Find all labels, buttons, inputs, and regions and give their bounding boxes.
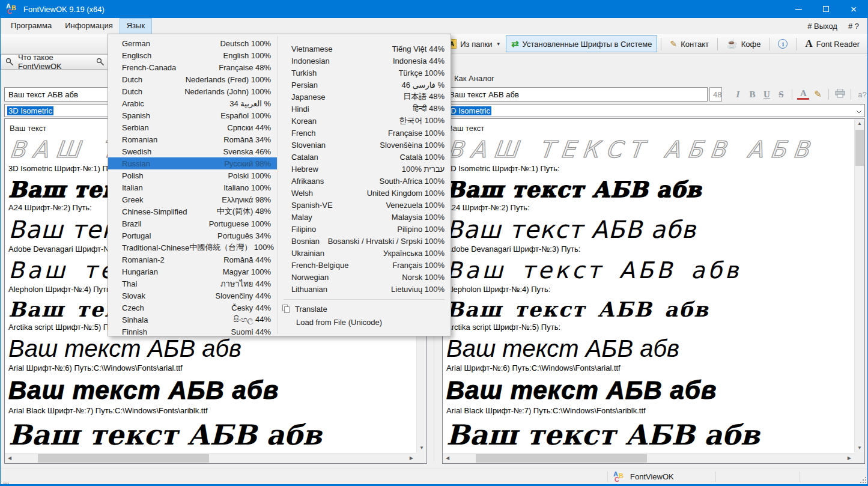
- font-preview-row[interactable]: Ваш текст АБВ абвAdobe Devanagari Шрифт-…: [443, 216, 854, 254]
- language-menu-item[interactable]: WelshUnited Kingdom 100%: [278, 187, 451, 199]
- menubar-item-Информация[interactable]: Информация: [58, 18, 120, 34]
- language-menu-item[interactable]: Thaiภาษาไทย 44%: [108, 278, 277, 290]
- language-menu-item[interactable]: BrazilPortuguese 100%: [108, 217, 277, 229]
- print-button[interactable]: [833, 89, 847, 100]
- resize-grip[interactable]: [860, 477, 866, 483]
- info-button[interactable]: i: [773, 37, 792, 51]
- font-preview-row[interactable]: Ваш текст АБВ абвArial Black Шрифт-№:7) …: [5, 376, 416, 415]
- scroll-right-icon[interactable]: ▶: [848, 456, 851, 461]
- scroll-up-icon[interactable]: ▲: [857, 121, 862, 126]
- language-menu-item[interactable]: Spanish-VEVenezuela 100%: [278, 199, 451, 211]
- font-color-button[interactable]: A: [797, 89, 809, 100]
- scrollbar-thumb[interactable]: [855, 130, 864, 166]
- language-menu-item[interactable]: UkrainianУкраїнська 100%: [278, 247, 451, 259]
- scrollbar-thumb[interactable]: [476, 454, 647, 463]
- font-preview-row[interactable]: Ваш текст АБВ абв: [5, 419, 416, 451]
- font-preview-row[interactable]: Ваш текст АБВ абвArctika script Шрифт-№:…: [443, 297, 854, 332]
- language-menu-item[interactable]: SerbianСрпски 44%: [108, 121, 277, 133]
- language-menu-item[interactable]: GreekΕλληνικά 98%: [108, 193, 277, 205]
- language-menu-item[interactable]: SpanishEspañol 100%: [108, 109, 277, 121]
- menu-footer-item[interactable]: Load from File (Unicode): [278, 315, 451, 329]
- language-menu-item[interactable]: RomanianRomână 34%: [108, 133, 277, 145]
- language-menu-item[interactable]: TurkishTürkçe 100%: [278, 67, 451, 79]
- scrollbar-thumb[interactable]: [38, 454, 209, 463]
- language-menu-item[interactable]: VietnameseTiếng Việt 44%: [278, 43, 451, 55]
- language-menu-item[interactable]: AfrikaansSouth-Africa 100%: [278, 175, 451, 187]
- from-folder-button[interactable]: A Из папки ▾: [442, 37, 505, 51]
- language-menu-item[interactable]: Chinese-Simplified中文(简体) 48%: [108, 205, 277, 217]
- strikethrough-button[interactable]: S: [774, 90, 788, 100]
- menubar-right-item[interactable]: # ?: [848, 22, 859, 31]
- language-menu-item[interactable]: SwedishSvenska 46%: [108, 145, 277, 157]
- whatis-strip[interactable]: Что такое FontViewOK: [1, 54, 109, 70]
- scroll-down-icon[interactable]: ▼: [419, 446, 424, 451]
- language-menu-item[interactable]: Romanian-2Română 44%: [108, 254, 277, 266]
- italic-button[interactable]: I: [730, 90, 745, 100]
- minimize-button[interactable]: [785, 0, 812, 18]
- language-menu-item[interactable]: French-CanadaFrançaise 48%: [108, 61, 277, 73]
- font-preview-row[interactable]: Ваш текст АБВ абвArial Black Шрифт-№:7) …: [443, 376, 854, 415]
- menubar-item-Язык[interactable]: Язык: [120, 18, 152, 34]
- language-menu-item[interactable]: PortugalPortuguês 34%: [108, 229, 277, 241]
- language-menu-item[interactable]: RussianРусский 98%: [108, 157, 277, 169]
- highlight-button[interactable]: ✎: [810, 89, 825, 100]
- language-menu-item[interactable]: HungarianMagyar 100%: [108, 266, 277, 278]
- horizontal-scrollbar[interactable]: ◀ ▶: [443, 453, 854, 463]
- language-menu-item[interactable]: Hindiहिन्दी 48%: [278, 103, 451, 115]
- scroll-left-icon[interactable]: ◀: [446, 456, 449, 461]
- language-menu-item[interactable]: DutchNederlands (John) 100%: [108, 85, 277, 97]
- font-preview-row[interactable]: Ваш текст АБВ абвAlepholon Шрифт-№:4) Пу…: [443, 257, 854, 294]
- contact-button[interactable]: ✎ Контакт: [665, 37, 714, 51]
- language-menu-item[interactable]: MalayMalaysia 100%: [278, 211, 451, 223]
- language-menu-item[interactable]: PolishPolski 100%: [108, 169, 277, 181]
- vertical-scrollbar[interactable]: ▲ ▼: [854, 119, 864, 453]
- language-menu-item[interactable]: BosnianBosanski / Hrvatski / Srpski 100%: [278, 235, 451, 247]
- font-preview-row[interactable]: Ваш текст АБВ абвArial Шрифт-№:6) Путь:C…: [5, 335, 416, 372]
- language-menu-item[interactable]: FrenchFrançaise 100%: [278, 127, 451, 139]
- close-button[interactable]: ×: [840, 0, 867, 18]
- font-preview-row[interactable]: Ваш текст АБВ абвArial Шрифт-№:6) Путь:C…: [443, 335, 854, 372]
- language-menu-item[interactable]: Hebrewעברית 100%: [278, 163, 451, 175]
- language-menu-item[interactable]: SlovakSlovenčiny 44%: [108, 290, 277, 302]
- font-preview-row[interactable]: Ваш текст АБВ абв: [443, 419, 854, 451]
- language-menu-item[interactable]: CatalanCatalà 100%: [278, 151, 451, 163]
- font-preview-row[interactable]: Ваш текст АБВ абвA24 Шрифт-№:2) Путь:: [443, 177, 854, 212]
- font-select-right[interactable]: 3D Isometric: [442, 104, 865, 117]
- menubar-item-Программа[interactable]: Программа: [4, 18, 58, 34]
- underline-button[interactable]: U: [759, 90, 774, 100]
- font-preview-row[interactable]: Ваш текст АБВ абв3D Isometric Шрифт-№:1)…: [443, 136, 854, 173]
- horizontal-scrollbar[interactable]: ◀ ▶: [5, 453, 416, 463]
- maximize-button[interactable]: [812, 0, 840, 18]
- language-menu-item[interactable]: FinnishSuomi 44%: [108, 326, 277, 338]
- bold-button[interactable]: B: [745, 90, 759, 100]
- language-menu-item[interactable]: GermanDeutsch 100%: [108, 37, 277, 49]
- language-menu-item[interactable]: NorwegianNorsk 100%: [278, 271, 451, 283]
- language-menu-item[interactable]: Traditional-Chinese中國傳統（台灣） 100%: [108, 241, 277, 254]
- language-menu-item[interactable]: French-BelgiqueFrançais 100%: [278, 259, 451, 271]
- language-menu-item[interactable]: CzechČesky 44%: [108, 302, 277, 314]
- language-menu-item[interactable]: LithuanianLietuviuų 100%: [278, 283, 451, 295]
- language-menu-item[interactable]: IndonesianIndonesia 44%: [278, 55, 451, 67]
- sample-text-input-right[interactable]: [445, 87, 708, 102]
- language-menu-item[interactable]: Persianفارسی 46 %: [278, 79, 451, 91]
- font-preview-caption: Arial Black Шрифт-№:7) Путь:C:\Windows\F…: [8, 406, 416, 415]
- font-size-field[interactable]: 48: [709, 87, 722, 102]
- installed-fonts-button[interactable]: ⇄ Установленные Шрифты в Системе: [506, 35, 657, 52]
- scroll-left-icon[interactable]: ◀: [8, 456, 11, 461]
- language-menu-item[interactable]: FilipinoPilipino 100%: [278, 223, 451, 235]
- menu-footer-item[interactable]: Translate: [278, 302, 451, 315]
- language-menu-item[interactable]: SlovenianSlovenšèina 100%: [278, 139, 451, 151]
- language-menu-item[interactable]: EnglischEnglish 100%: [108, 49, 277, 61]
- language-menu-item[interactable]: Arabicالعربية 34 %: [108, 97, 277, 109]
- scroll-down-icon[interactable]: ▼: [857, 446, 862, 451]
- language-menu-item[interactable]: Korean한국어 100%: [278, 115, 451, 127]
- char-hint-button[interactable]: a?: [855, 90, 868, 99]
- coffee-button[interactable]: ☕ Кофе: [721, 36, 765, 52]
- menubar-right-item[interactable]: # Выход: [807, 22, 837, 31]
- language-menu-item[interactable]: Japanese日本語 48%: [278, 91, 451, 103]
- scroll-right-icon[interactable]: ▶: [410, 456, 413, 461]
- language-menu-item[interactable]: ItalianItaliano 100%: [108, 181, 277, 193]
- language-menu-item[interactable]: Sinhalaසිංහල 44%: [108, 314, 277, 326]
- language-menu-item[interactable]: DutchNederlands (Fred) 100%: [108, 73, 277, 85]
- font-reader-button[interactable]: A Font Reader: [800, 35, 864, 52]
